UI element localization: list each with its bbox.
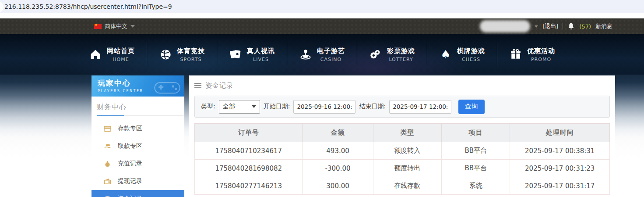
col-amount: 金额 bbox=[303, 124, 373, 142]
deposit-card-icon bbox=[104, 125, 111, 133]
chevron-right-icon: › bbox=[176, 195, 179, 197]
nav-label-zh: 网站首页 bbox=[107, 47, 135, 55]
nav-item-casino[interactable]: 电子游艺 CASINO bbox=[287, 43, 357, 66]
cell-process-time: 2025-09-17 00:38:31 bbox=[510, 142, 610, 160]
select-chevron-icon bbox=[252, 105, 256, 108]
nav-item-sports[interactable]: 体育竞技 SPORTS bbox=[147, 43, 217, 66]
nav-item-promo[interactable]: 优惠活动 PROMO bbox=[497, 43, 567, 66]
nav-label-en: HOME bbox=[107, 57, 135, 62]
page-background: 网站首页 HOME 体育竞技 SPORTS bbox=[0, 34, 644, 197]
cell-amount: 493.00 bbox=[303, 142, 373, 160]
message-count[interactable]: (57) bbox=[579, 23, 591, 30]
sidebar-item-withdrawal-records[interactable]: 提现记录 bbox=[91, 172, 184, 190]
sidebar-item-withdraw-zone[interactable]: 取款专区 bbox=[91, 137, 184, 155]
joystick-icon bbox=[299, 48, 312, 61]
cell-order-number: 1758040277146213 bbox=[195, 177, 303, 195]
cell-project: BB平台 bbox=[442, 142, 510, 160]
nav-label-en: PROMO bbox=[527, 57, 555, 62]
cell-type: 额度转入 bbox=[373, 142, 441, 160]
gamepad-icon bbox=[153, 79, 182, 95]
col-project: 项目 bbox=[442, 124, 510, 142]
cell-type: 额度转出 bbox=[373, 160, 441, 177]
nav-item-home[interactable]: 网站首页 HOME bbox=[77, 43, 147, 66]
cell-project: BB平台 bbox=[442, 160, 510, 177]
sidebar-item-fund-records[interactable]: 资金记录 › bbox=[91, 190, 184, 197]
query-button[interactable]: 查询 bbox=[458, 100, 485, 114]
cell-amount: 300.00 bbox=[303, 177, 373, 195]
user-menu-chevron-icon[interactable] bbox=[535, 25, 538, 28]
nav-label-zh: 真人视讯 bbox=[247, 47, 275, 55]
type-label: 类型: bbox=[201, 103, 215, 111]
utility-divider bbox=[563, 23, 563, 29]
cell-project: 系统 bbox=[442, 177, 510, 195]
new-messages-link[interactable]: 新消息 bbox=[595, 22, 612, 30]
nav-label-zh: 棋牌游戏 bbox=[457, 47, 485, 55]
nav-label-zh: 优惠活动 bbox=[527, 47, 555, 55]
filter-bar: 类型: 全部 开始日期: 结束日期: 查询 bbox=[194, 96, 610, 118]
nav-label-en: CHESS bbox=[457, 57, 485, 62]
table-row: 1758040281698082 -300.00 额度转出 BB平台 2025-… bbox=[195, 160, 610, 177]
sidebar-item-deposit-zone[interactable]: 存款专区 bbox=[91, 120, 184, 137]
main-nav: 网站首页 HOME 体育竞技 SPORTS bbox=[0, 34, 644, 75]
table-row: 1758040277146213 300.00 在线存款 系统 2025-09-… bbox=[195, 177, 610, 195]
playing-cards-icon bbox=[229, 48, 242, 61]
nav-label-en: LOTTERY bbox=[387, 57, 415, 62]
cell-order-number: 1758040281698082 bbox=[195, 160, 303, 177]
type-select-value: 全部 bbox=[223, 103, 235, 111]
fund-records-table: 订单号 金额 类型 项目 处理时间 1758040710234617 493.0… bbox=[194, 123, 610, 195]
logout-button[interactable]: [退出] bbox=[542, 22, 558, 30]
table-row: 1758040710234617 493.00 额度转入 BB平台 2025-0… bbox=[195, 142, 610, 160]
china-flag-icon: ★ bbox=[94, 24, 102, 29]
hamburger-icon[interactable] bbox=[194, 83, 201, 88]
table-header-row: 订单号 金额 类型 项目 处理时间 bbox=[195, 124, 610, 142]
bell-icon[interactable] bbox=[567, 22, 575, 30]
cell-amount: -300.00 bbox=[303, 160, 373, 177]
sidebar-section-title: 财务中心 bbox=[91, 97, 184, 115]
nav-item-lives[interactable]: 真人视讯 LIVES bbox=[217, 43, 287, 66]
nav-item-lottery[interactable]: 彩票游戏 LOTTERY bbox=[357, 43, 427, 66]
nav-label-zh: 体育竞技 bbox=[177, 47, 205, 55]
home-icon bbox=[89, 48, 102, 61]
sidebar-item-label: 取款专区 bbox=[118, 142, 142, 150]
sports-ball-icon bbox=[159, 48, 172, 61]
hand-money-icon bbox=[104, 143, 111, 150]
sidebar-item-label: 存款专区 bbox=[118, 125, 142, 133]
sidebar-item-label: 充值记录 bbox=[118, 160, 142, 168]
browser-chrome-fragment bbox=[0, 1, 4, 13]
sidebar-item-label: 资金记录 bbox=[118, 195, 142, 197]
browser-url-bar[interactable]: 216.118.235.52:8783/hhcp/usercenter.html… bbox=[0, 0, 644, 13]
nav-label-en: LIVES bbox=[247, 57, 275, 62]
lottery-balls-icon bbox=[369, 48, 382, 61]
col-order-number: 订单号 bbox=[195, 124, 303, 142]
start-date-input[interactable] bbox=[293, 100, 355, 114]
browser-gap bbox=[0, 13, 644, 18]
spade-icon: ♠ bbox=[439, 48, 452, 61]
coin-stack-icon bbox=[104, 195, 111, 197]
nav-label-zh: 彩票游戏 bbox=[387, 47, 415, 55]
gift-icon bbox=[509, 48, 522, 61]
chevron-down-icon bbox=[130, 25, 135, 28]
url-text[interactable]: 216.118.235.52:8783/hhcp/usercenter.html… bbox=[4, 3, 172, 10]
nav-label-zh: 电子游艺 bbox=[317, 47, 345, 55]
money-bag-icon bbox=[104, 160, 111, 168]
col-type: 类型 bbox=[373, 124, 441, 142]
utility-bar: ★ 简体中文 [退出] (57) 新消息 bbox=[0, 18, 644, 34]
page-title: 资金记录 bbox=[205, 82, 233, 90]
nav-item-chess[interactable]: ♠ 棋牌游戏 CHESS bbox=[427, 43, 497, 66]
section-underline bbox=[97, 115, 183, 116]
end-date-label: 结束日期: bbox=[359, 103, 386, 111]
language-selector[interactable]: ★ 简体中文 bbox=[94, 22, 135, 30]
sidebar: 玩家中心 PLAYERS CENTER 财务中心 存款专区 bbox=[91, 75, 184, 197]
end-date-input[interactable] bbox=[389, 100, 451, 114]
username-blurred[interactable] bbox=[480, 20, 530, 32]
type-select[interactable]: 全部 bbox=[219, 100, 260, 114]
language-label: 简体中文 bbox=[105, 22, 127, 30]
nav-label-en: SPORTS bbox=[177, 57, 205, 62]
main-panel: 资金记录 类型: 全部 开始日期: 结束日期: 查询 订单号 bbox=[189, 75, 615, 197]
cell-type: 在线存款 bbox=[373, 177, 441, 195]
col-process-time: 处理时间 bbox=[510, 124, 610, 142]
sidebar-header: 玩家中心 PLAYERS CENTER bbox=[91, 75, 184, 97]
sidebar-item-recharge-records[interactable]: 充值记录 bbox=[91, 155, 184, 172]
cell-order-number: 1758040710234617 bbox=[195, 142, 303, 160]
nav-label-en: CASINO bbox=[317, 57, 345, 62]
